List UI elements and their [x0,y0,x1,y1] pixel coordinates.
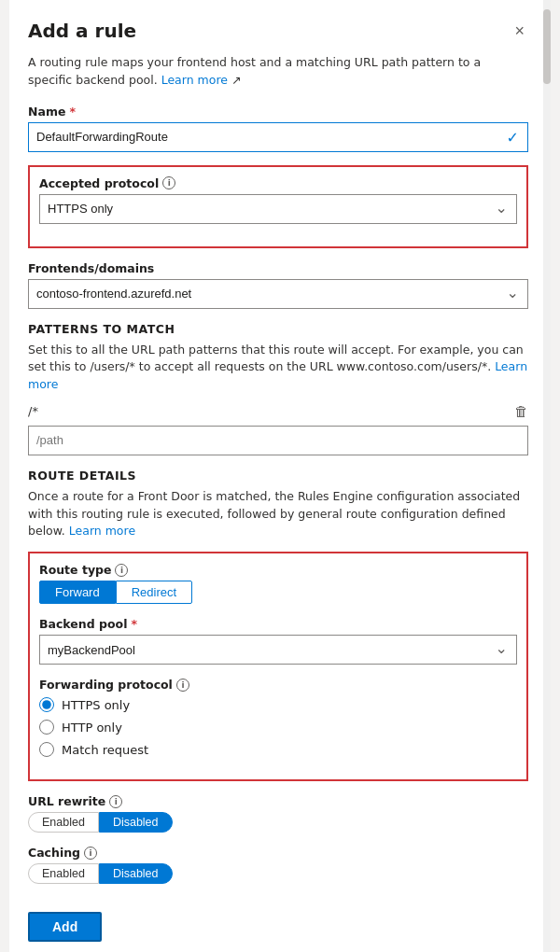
path-input-group [28,426,528,455]
frontends-domains-group: Frontends/domains contoso-frontend.azure… [28,261,528,309]
route-type-group: Route type i Forward Redirect [39,563,517,604]
forwarding-protocol-label: Forwarding protocol i [39,678,517,692]
accepted-protocol-section: Accepted protocol i HTTPS only HTTP only… [28,165,528,248]
name-required-star: * [69,105,76,119]
backend-pool-select[interactable]: myBackendPool [39,635,517,665]
forward-button[interactable]: Forward [39,581,116,604]
patterns-description: Set this to all the URL path patterns th… [28,342,528,394]
accepted-protocol-label: Accepted protocol i [39,176,517,190]
description-learn-more[interactable]: Learn more [161,73,228,87]
protocol-http-only-radio[interactable] [39,720,54,735]
accepted-protocol-select[interactable]: HTTPS only HTTP only HTTP and HTTPS [39,194,517,224]
url-rewrite-enabled-button[interactable]: Enabled [28,812,99,833]
caching-enabled-button[interactable]: Enabled [28,863,99,884]
backend-pool-label: Backend pool * [39,617,517,631]
scrollbar[interactable] [543,0,551,952]
protocol-match-request-label: Match request [62,743,148,757]
route-type-info-icon[interactable]: i [115,564,128,577]
route-details-description: Once a route for a Front Door is matched… [28,488,528,540]
redirect-button[interactable]: Redirect [116,581,192,604]
caching-disabled-button[interactable]: Disabled [99,863,173,884]
delete-pattern-icon[interactable]: 🗑 [514,403,528,420]
route-type-label: Route type i [39,563,517,577]
url-rewrite-toggle: Enabled Disabled [28,812,528,833]
panel-description: A routing rule maps your frontend host a… [28,54,528,90]
protocol-http-only-label: HTTP only [62,721,122,735]
backend-pool-required-star: * [131,617,137,631]
backend-pool-select-wrapper: myBackendPool [39,635,517,665]
route-type-toggle: Forward Redirect [39,581,517,604]
name-field-group: Name * ✓ [28,105,528,152]
caching-label: Caching i [28,846,528,860]
url-rewrite-info-icon[interactable]: i [109,795,122,808]
protocol-match-request[interactable]: Match request [39,742,517,757]
forwarding-protocol-radio-group: HTTPS only HTTP only Match request [39,697,517,757]
panel-header: Add a rule × [28,19,528,43]
frontends-domains-label: Frontends/domains [28,261,528,275]
route-details-title: ROUTE DETAILS [28,469,528,483]
protocol-match-request-radio[interactable] [39,742,54,757]
forwarding-protocol-info-icon[interactable]: i [176,679,189,692]
path-input[interactable] [28,426,528,455]
frontends-domains-select-wrapper: contoso-frontend.azurefd.net [28,279,528,309]
caching-toggle: Enabled Disabled [28,863,528,884]
name-input-wrapper: ✓ [28,122,528,152]
url-rewrite-disabled-button[interactable]: Disabled [99,812,173,833]
patterns-section-title: PATTERNS TO MATCH [28,322,528,336]
caching-info-icon[interactable]: i [84,847,97,860]
name-label: Name * [28,105,528,119]
pattern-value: /* [28,404,38,418]
close-button[interactable]: × [511,19,528,43]
url-rewrite-label: URL rewrite i [28,794,528,808]
caching-group: Caching i Enabled Disabled [28,846,528,884]
name-input[interactable] [28,122,528,152]
panel-title: Add a rule [28,20,136,42]
url-rewrite-group: URL rewrite i Enabled Disabled [28,794,528,833]
accepted-protocol-info-icon[interactable]: i [162,176,175,189]
route-details-learn-more[interactable]: Learn more [69,524,135,538]
add-rule-panel: Add a rule × A routing rule maps your fr… [9,0,551,952]
route-type-section: Route type i Forward Redirect Backend po… [28,552,528,781]
scrollbar-thumb [543,9,551,84]
accepted-protocol-group: Accepted protocol i HTTPS only HTTP only… [39,176,517,224]
backend-pool-group: Backend pool * myBackendPool [39,617,517,665]
protocol-https-only[interactable]: HTTPS only [39,697,517,712]
protocol-https-only-label: HTTPS only [62,698,130,712]
add-button[interactable]: Add [28,912,102,942]
accepted-protocol-select-wrapper: HTTPS only HTTP only HTTP and HTTPS [39,194,517,224]
frontends-domains-select[interactable]: contoso-frontend.azurefd.net [28,279,528,309]
protocol-http-only[interactable]: HTTP only [39,720,517,735]
pattern-row: /* 🗑 [28,403,528,420]
valid-check-icon: ✓ [507,128,519,146]
protocol-https-only-radio[interactable] [39,697,54,712]
forwarding-protocol-group: Forwarding protocol i HTTPS only HTTP on… [39,678,517,757]
